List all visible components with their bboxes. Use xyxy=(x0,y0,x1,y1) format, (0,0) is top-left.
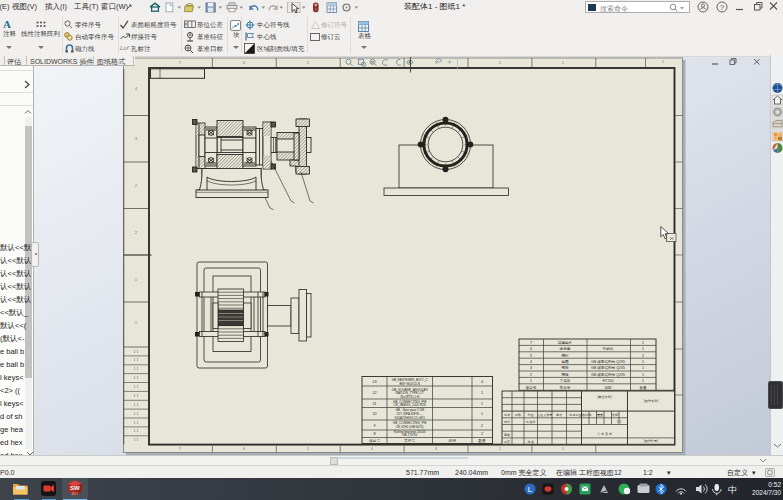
svg-text:1: 1 xyxy=(642,379,644,383)
svg-text:1 1: 1 1 xyxy=(134,403,139,407)
svg-text:2: 2 xyxy=(530,373,532,377)
svg-text:1 1: 1 1 xyxy=(134,367,139,371)
svg-text:处数: 处数 xyxy=(514,413,521,417)
svg-text:2021: 2021 xyxy=(71,492,78,496)
svg-text:1 1: 1 1 xyxy=(134,358,139,362)
svg-text:年月日: 年月日 xyxy=(569,413,578,417)
svg-text:审核: 审核 xyxy=(504,433,510,437)
svg-text:2: 2 xyxy=(481,424,483,428)
svg-text:(单位名称): (单位名称) xyxy=(597,395,611,399)
svg-text:7: 7 xyxy=(179,61,181,65)
svg-text:项目号: 项目号 xyxy=(526,386,537,390)
svg-text:SW: SW xyxy=(70,485,80,491)
svg-text:2: 2 xyxy=(499,61,501,65)
svg-text:1: 1 xyxy=(642,360,644,364)
svg-text:4: 4 xyxy=(371,447,373,451)
svg-text:螺栓: 螺栓 xyxy=(561,372,569,377)
svg-text:1: 1 xyxy=(530,379,532,383)
svg-text:?: ? xyxy=(720,3,725,12)
svg-text:8: 8 xyxy=(373,432,375,436)
svg-text:1: 1 xyxy=(481,412,483,416)
svg-text:数量: 数量 xyxy=(478,438,486,443)
svg-text:轴承盖: 轴承盖 xyxy=(559,346,571,351)
svg-text:7: 7 xyxy=(530,341,532,345)
svg-text:2: 2 xyxy=(135,184,137,188)
svg-text:HT200: HT200 xyxy=(603,379,614,383)
svg-text:1: 1 xyxy=(662,60,664,64)
svg-text:3: 3 xyxy=(135,137,137,141)
svg-text:1 1: 1 1 xyxy=(134,385,139,389)
svg-text:1: 1 xyxy=(642,373,644,377)
svg-text:标记: 标记 xyxy=(503,413,510,417)
svg-text:零件号: 零件号 xyxy=(560,386,571,390)
svg-text:垫圈: 垫圈 xyxy=(560,360,569,364)
svg-text:9: 9 xyxy=(373,424,375,428)
svg-text:10: 10 xyxy=(372,412,376,416)
svg-text:项目号: 项目号 xyxy=(369,439,381,443)
svg-text:外购件: 外购件 xyxy=(603,346,614,351)
svg-text:6: 6 xyxy=(243,61,245,65)
svg-text:3: 3 xyxy=(435,61,437,65)
svg-text:GB 碳素结构钢 Q235: GB 碳素结构钢 Q235 xyxy=(591,365,625,370)
svg-text:(图样名称): (图样名称) xyxy=(644,399,658,403)
svg-text:1: 1 xyxy=(135,278,137,282)
svg-text:签名: 签名 xyxy=(556,413,562,417)
svg-text:1: 1 xyxy=(481,402,483,406)
svg-text:35x28TR-C-H: 35x28TR-C-H xyxy=(400,395,419,399)
svg-text:1 1: 1 1 xyxy=(134,438,139,442)
svg-text:6: 6 xyxy=(243,447,245,451)
svg-text:1: 1 xyxy=(481,391,483,395)
svg-text:5: 5 xyxy=(530,354,532,358)
svg-text:A: A xyxy=(189,32,192,37)
svg-text:分区: 分区 xyxy=(528,413,534,417)
svg-text:5: 5 xyxy=(307,447,309,451)
svg-text:4: 4 xyxy=(481,380,483,384)
svg-text:中: 中 xyxy=(728,485,737,495)
svg-text:11: 11 xyxy=(373,402,377,406)
svg-text:标准化: 标准化 xyxy=(525,420,536,424)
svg-text:零件号: 零件号 xyxy=(404,438,416,443)
svg-text:3: 3 xyxy=(435,447,437,451)
svg-text:GB 276-94: GB 276-94 xyxy=(402,433,417,437)
svg-text:设计: 设计 xyxy=(504,420,511,424)
svg-text:1: 1 xyxy=(562,61,564,65)
svg-text:2: 2 xyxy=(481,432,483,436)
svg-text:CE_JBMGS_1410 RZS: CE_JBMGS_1410 RZS xyxy=(394,403,426,407)
svg-text:箱盖垫片: 箱盖垫片 xyxy=(558,340,573,345)
svg-text:GB 碳素结构钢 Q235: GB 碳素结构钢 Q235 xyxy=(591,359,625,364)
svg-text:5: 5 xyxy=(307,61,309,65)
svg-text:1 1: 1 1 xyxy=(134,394,139,398)
svg-text:批准: 批准 xyxy=(528,440,534,444)
svg-text:说明: 说明 xyxy=(604,386,612,390)
svg-text:下箱体: 下箱体 xyxy=(560,378,571,383)
svg-text:工艺: 工艺 xyxy=(504,440,510,444)
svg-text:说明: 说明 xyxy=(448,438,456,443)
svg-text:1 1: 1 1 xyxy=(134,429,139,433)
svg-text:2: 2 xyxy=(135,231,137,235)
svg-text:螺钉: 螺钉 xyxy=(561,353,569,358)
svg-text:1: 1 xyxy=(642,354,644,358)
svg-text:1: 1 xyxy=(642,341,644,345)
svg-text:(图样代号): (图样代号) xyxy=(644,439,658,443)
svg-text:1: 1 xyxy=(642,366,644,370)
svg-text:共 张 第 张: 共 张 第 张 xyxy=(597,432,612,436)
svg-text:1:2: 1:2 xyxy=(617,420,622,424)
svg-text:更改文件号: 更改文件号 xyxy=(537,413,552,417)
svg-text:1: 1 xyxy=(642,347,644,351)
svg-text:阶段标记: 阶段标记 xyxy=(579,413,591,417)
svg-text:4: 4 xyxy=(530,360,532,364)
svg-text:1 1: 1 1 xyxy=(134,376,139,380)
svg-text:GB 碳素结构钢 Q235: GB 碳素结构钢 Q235 xyxy=(591,372,625,377)
svg-text:数量: 数量 xyxy=(639,386,647,390)
svg-text:3: 3 xyxy=(530,366,532,370)
svg-text:比例: 比例 xyxy=(612,413,618,417)
svg-text:1 1: 1 1 xyxy=(134,350,139,354)
svg-text:1 1: 1 1 xyxy=(134,421,139,425)
svg-text:6: 6 xyxy=(530,347,532,351)
svg-text:4: 4 xyxy=(135,87,137,91)
svg-text:13: 13 xyxy=(372,380,376,384)
svg-text:CE 42H1 (GB 6670): CE 42H1 (GB 6670) xyxy=(396,425,424,429)
svg-text:L: L xyxy=(528,486,533,493)
svg-text:12: 12 xyxy=(372,391,376,395)
svg-text:1 1: 1 1 xyxy=(134,412,139,416)
